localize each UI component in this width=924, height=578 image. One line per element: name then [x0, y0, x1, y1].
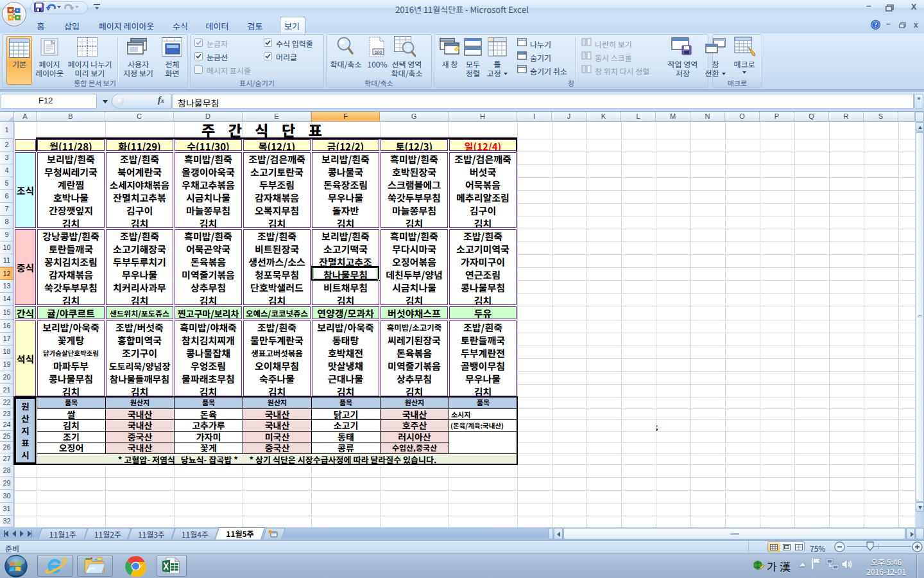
svg-text:100: 100 — [375, 50, 382, 55]
svg-text:?: ? — [874, 22, 877, 28]
